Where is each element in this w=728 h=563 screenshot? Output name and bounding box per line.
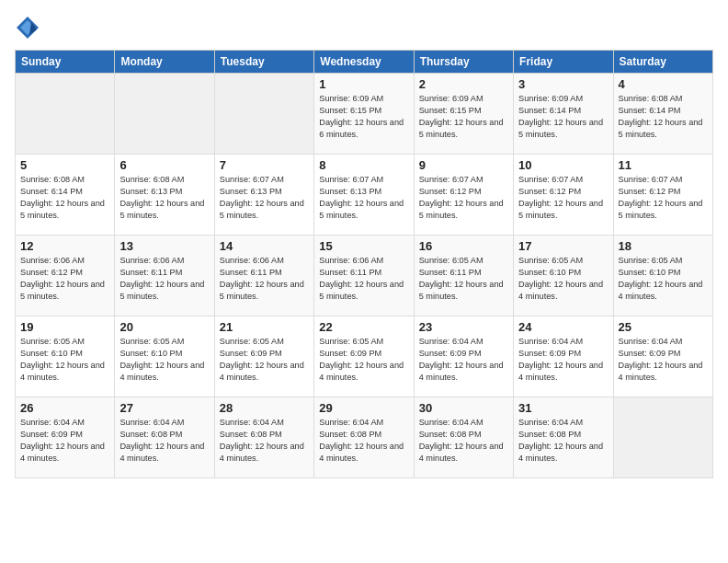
col-header-sunday: Sunday	[16, 51, 115, 74]
day-cell: 19Sunrise: 6:05 AM Sunset: 6:10 PM Dayli…	[16, 316, 115, 397]
day-cell: 25Sunrise: 6:04 AM Sunset: 6:09 PM Dayli…	[613, 316, 712, 397]
day-info: Sunrise: 6:09 AM Sunset: 6:15 PM Dayligh…	[319, 93, 408, 141]
day-info: Sunrise: 6:04 AM Sunset: 6:09 PM Dayligh…	[419, 336, 508, 384]
day-number: 12	[20, 239, 109, 253]
day-cell: 28Sunrise: 6:04 AM Sunset: 6:08 PM Dayli…	[214, 397, 313, 478]
day-cell: 4Sunrise: 6:08 AM Sunset: 6:14 PM Daylig…	[613, 74, 712, 155]
day-info: Sunrise: 6:05 AM Sunset: 6:10 PM Dayligh…	[119, 336, 209, 384]
day-info: Sunrise: 6:06 AM Sunset: 6:11 PM Dayligh…	[119, 255, 209, 303]
day-cell: 3Sunrise: 6:09 AM Sunset: 6:14 PM Daylig…	[514, 74, 613, 155]
day-cell: 6Sunrise: 6:08 AM Sunset: 6:13 PM Daylig…	[115, 155, 214, 236]
day-cell: 10Sunrise: 6:07 AM Sunset: 6:12 PM Dayli…	[514, 155, 613, 236]
calendar-body: 1Sunrise: 6:09 AM Sunset: 6:15 PM Daylig…	[16, 74, 713, 478]
header-row: SundayMondayTuesdayWednesdayThursdayFrid…	[16, 51, 713, 74]
day-cell: 24Sunrise: 6:04 AM Sunset: 6:09 PM Dayli…	[514, 316, 613, 397]
day-number: 18	[619, 239, 708, 253]
day-info: Sunrise: 6:09 AM Sunset: 6:15 PM Dayligh…	[419, 93, 508, 141]
day-cell: 5Sunrise: 6:08 AM Sunset: 6:14 PM Daylig…	[16, 155, 115, 236]
day-info: Sunrise: 6:05 AM Sunset: 6:11 PM Dayligh…	[419, 255, 508, 303]
week-row-4: 19Sunrise: 6:05 AM Sunset: 6:10 PM Dayli…	[16, 316, 713, 397]
day-info: Sunrise: 6:04 AM Sunset: 6:08 PM Dayligh…	[220, 417, 309, 465]
page-header	[15, 15, 713, 40]
day-number: 9	[419, 158, 508, 172]
day-number: 20	[119, 320, 209, 334]
day-number: 2	[419, 77, 508, 91]
day-info: Sunrise: 6:08 AM Sunset: 6:14 PM Dayligh…	[20, 174, 109, 222]
day-number: 19	[20, 320, 109, 334]
day-cell: 14Sunrise: 6:06 AM Sunset: 6:11 PM Dayli…	[214, 236, 313, 316]
day-info: Sunrise: 6:06 AM Sunset: 6:11 PM Dayligh…	[319, 255, 408, 303]
day-info: Sunrise: 6:04 AM Sunset: 6:09 PM Dayligh…	[619, 336, 708, 384]
day-cell: 31Sunrise: 6:04 AM Sunset: 6:08 PM Dayli…	[514, 397, 613, 478]
day-cell: 21Sunrise: 6:05 AM Sunset: 6:09 PM Dayli…	[214, 316, 313, 397]
calendar-header: SundayMondayTuesdayWednesdayThursdayFrid…	[16, 51, 713, 74]
day-info: Sunrise: 6:07 AM Sunset: 6:12 PM Dayligh…	[518, 174, 608, 222]
day-info: Sunrise: 6:04 AM Sunset: 6:09 PM Dayligh…	[20, 417, 109, 465]
day-number: 16	[419, 239, 508, 253]
day-number: 28	[220, 401, 309, 415]
col-header-wednesday: Wednesday	[314, 51, 414, 74]
day-number: 17	[518, 239, 608, 253]
day-cell: 29Sunrise: 6:04 AM Sunset: 6:08 PM Dayli…	[314, 397, 414, 478]
day-number: 3	[518, 77, 608, 91]
day-cell: 9Sunrise: 6:07 AM Sunset: 6:12 PM Daylig…	[414, 155, 513, 236]
day-cell: 13Sunrise: 6:06 AM Sunset: 6:11 PM Dayli…	[115, 236, 214, 316]
day-info: Sunrise: 6:06 AM Sunset: 6:11 PM Dayligh…	[220, 255, 309, 303]
week-row-3: 12Sunrise: 6:06 AM Sunset: 6:12 PM Dayli…	[16, 236, 713, 316]
day-info: Sunrise: 6:07 AM Sunset: 6:13 PM Dayligh…	[319, 174, 408, 222]
day-info: Sunrise: 6:04 AM Sunset: 6:09 PM Dayligh…	[518, 336, 608, 384]
day-info: Sunrise: 6:05 AM Sunset: 6:10 PM Dayligh…	[518, 255, 608, 303]
day-info: Sunrise: 6:08 AM Sunset: 6:14 PM Dayligh…	[619, 93, 708, 141]
day-cell: 18Sunrise: 6:05 AM Sunset: 6:10 PM Dayli…	[613, 236, 712, 316]
day-cell: 1Sunrise: 6:09 AM Sunset: 6:15 PM Daylig…	[314, 74, 414, 155]
day-cell: 11Sunrise: 6:07 AM Sunset: 6:12 PM Dayli…	[613, 155, 712, 236]
day-number: 27	[119, 401, 209, 415]
day-info: Sunrise: 6:04 AM Sunset: 6:08 PM Dayligh…	[119, 417, 209, 465]
day-number: 13	[119, 239, 209, 253]
day-number: 11	[619, 158, 708, 172]
day-number: 30	[419, 401, 508, 415]
day-number: 25	[619, 320, 708, 334]
day-cell: 15Sunrise: 6:06 AM Sunset: 6:11 PM Dayli…	[314, 236, 414, 316]
calendar-table: SundayMondayTuesdayWednesdayThursdayFrid…	[15, 50, 713, 478]
day-info: Sunrise: 6:06 AM Sunset: 6:12 PM Dayligh…	[20, 255, 109, 303]
day-cell	[115, 74, 214, 155]
col-header-monday: Monday	[115, 51, 214, 74]
col-header-tuesday: Tuesday	[214, 51, 313, 74]
day-cell: 7Sunrise: 6:07 AM Sunset: 6:13 PM Daylig…	[214, 155, 313, 236]
day-info: Sunrise: 6:05 AM Sunset: 6:09 PM Dayligh…	[220, 336, 309, 384]
day-number: 15	[319, 239, 408, 253]
day-info: Sunrise: 6:04 AM Sunset: 6:08 PM Dayligh…	[518, 417, 608, 465]
day-info: Sunrise: 6:07 AM Sunset: 6:12 PM Dayligh…	[419, 174, 508, 222]
day-cell: 16Sunrise: 6:05 AM Sunset: 6:11 PM Dayli…	[414, 236, 513, 316]
day-number: 26	[20, 401, 109, 415]
day-cell: 26Sunrise: 6:04 AM Sunset: 6:09 PM Dayli…	[16, 397, 115, 478]
day-cell: 23Sunrise: 6:04 AM Sunset: 6:09 PM Dayli…	[414, 316, 513, 397]
day-info: Sunrise: 6:04 AM Sunset: 6:08 PM Dayligh…	[419, 417, 508, 465]
col-header-thursday: Thursday	[414, 51, 513, 74]
logo	[15, 15, 44, 40]
day-info: Sunrise: 6:07 AM Sunset: 6:12 PM Dayligh…	[619, 174, 708, 222]
day-number: 29	[319, 401, 408, 415]
day-number: 10	[518, 158, 608, 172]
day-number: 22	[319, 320, 408, 334]
day-cell: 17Sunrise: 6:05 AM Sunset: 6:10 PM Dayli…	[514, 236, 613, 316]
week-row-5: 26Sunrise: 6:04 AM Sunset: 6:09 PM Dayli…	[16, 397, 713, 478]
day-cell: 8Sunrise: 6:07 AM Sunset: 6:13 PM Daylig…	[314, 155, 414, 236]
day-number: 8	[319, 158, 408, 172]
day-cell: 2Sunrise: 6:09 AM Sunset: 6:15 PM Daylig…	[414, 74, 513, 155]
day-info: Sunrise: 6:04 AM Sunset: 6:08 PM Dayligh…	[319, 417, 408, 465]
day-cell	[16, 74, 115, 155]
day-number: 5	[20, 158, 109, 172]
day-info: Sunrise: 6:05 AM Sunset: 6:10 PM Dayligh…	[619, 255, 708, 303]
day-number: 1	[319, 77, 408, 91]
day-number: 23	[419, 320, 508, 334]
day-number: 4	[619, 77, 708, 91]
day-number: 7	[220, 158, 309, 172]
day-number: 31	[518, 401, 608, 415]
day-cell: 20Sunrise: 6:05 AM Sunset: 6:10 PM Dayli…	[115, 316, 214, 397]
day-info: Sunrise: 6:07 AM Sunset: 6:13 PM Dayligh…	[220, 174, 309, 222]
logo-icon	[15, 15, 40, 40]
day-cell: 22Sunrise: 6:05 AM Sunset: 6:09 PM Dayli…	[314, 316, 414, 397]
day-number: 14	[220, 239, 309, 253]
